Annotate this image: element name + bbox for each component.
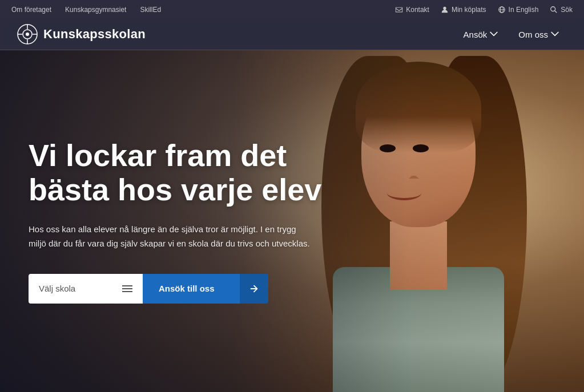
top-bar-links: Om företaget Kunskapsgymnasiet SkillEd <box>11 6 161 14</box>
min-koplats-link[interactable]: Min köplats <box>441 6 486 14</box>
svg-point-0 <box>443 6 446 9</box>
hero-title: Vi lockar fram det bästa hos varje elev <box>29 139 325 207</box>
top-link-om-foretaget[interactable]: Om företaget <box>11 6 51 14</box>
nav-ansok[interactable]: Ansök <box>456 26 506 43</box>
chevron-down-icon <box>490 30 498 38</box>
chevron-down-icon-2 <box>551 30 559 38</box>
mail-icon <box>395 6 403 14</box>
school-select-label: Välj skola <box>39 284 75 293</box>
hero-content: Vi lockar fram det bästa hos varje elev … <box>0 50 354 392</box>
top-link-skilled[interactable]: SkillEd <box>140 6 161 14</box>
search-icon <box>550 6 558 14</box>
top-utility-bar: Om företaget Kunskapsgymnasiet SkillEd K… <box>0 0 584 19</box>
top-bar-utilities: Kontakt Min köplats In English Sök <box>395 6 573 14</box>
apply-button-label: Ansök till oss <box>159 284 224 293</box>
logo-text: Kunskapsskolan <box>43 27 146 42</box>
hero-description: Hos oss kan alla elever nå längre än de … <box>29 223 314 251</box>
main-header: Kunskapsskolan Ansök Om oss <box>0 19 584 50</box>
kontakt-link[interactable]: Kontakt <box>395 6 429 14</box>
svg-point-4 <box>551 6 555 11</box>
in-english-link[interactable]: In English <box>498 6 539 14</box>
logo-icon <box>17 24 38 45</box>
hero-actions: Välj skola Ansök till oss <box>29 274 268 304</box>
school-select-button[interactable]: Välj skola <box>29 274 143 304</box>
hamburger-icon <box>122 285 132 292</box>
top-link-kunskapsgymnasiet[interactable]: Kunskapsgymnasiet <box>65 6 126 14</box>
nav-om-oss[interactable]: Om oss <box>510 26 567 43</box>
logo[interactable]: Kunskapsskolan <box>17 24 146 45</box>
arrow-right-icon <box>249 284 259 294</box>
svg-line-5 <box>555 10 557 13</box>
main-nav: Ansök Om oss <box>456 26 567 43</box>
apply-button-arrow[interactable] <box>240 274 268 304</box>
apply-button[interactable]: Ansök till oss <box>143 274 240 304</box>
user-icon <box>441 6 449 14</box>
hero-section: Vi lockar fram det bästa hos varje elev … <box>0 50 584 392</box>
search-link[interactable]: Sök <box>550 6 573 14</box>
svg-point-8 <box>26 33 29 36</box>
globe-icon <box>498 6 506 14</box>
